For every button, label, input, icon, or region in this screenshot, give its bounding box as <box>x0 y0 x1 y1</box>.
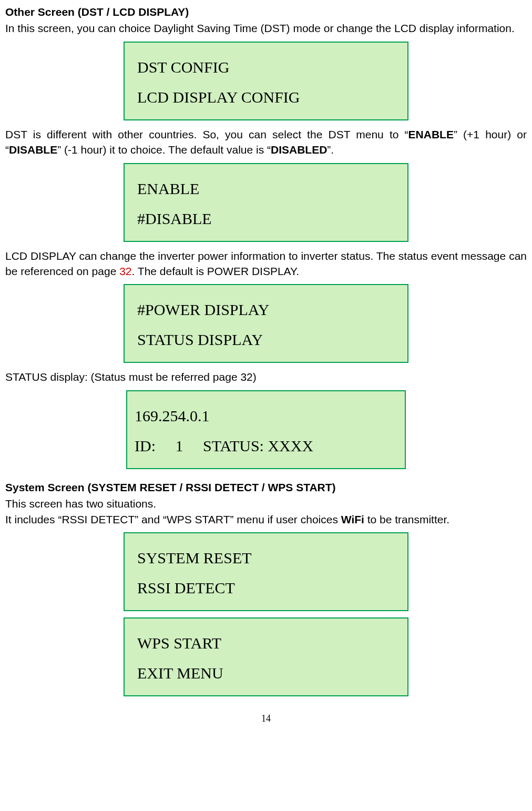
lcd-box-power-status: #POWER DISPLAY STATUS DISPLAY <box>124 284 408 363</box>
lcd-line: DST CONFIG <box>137 52 395 82</box>
text-red: 32 <box>119 265 131 277</box>
system-paragraph-2: It includes “RSSI DETECT” and “WPS START… <box>5 512 527 527</box>
dst-paragraph: DST is different with other countries. S… <box>5 127 527 158</box>
lcd-line: 169.254.0.1 <box>135 401 392 431</box>
text-bold: DISABLED <box>271 144 327 156</box>
lcd-display-paragraph: LCD DISPLAY can change the inverter powe… <box>5 248 527 279</box>
text: DST is different with other countries. S… <box>5 128 408 140</box>
page-number: 14 <box>5 712 527 725</box>
lcd-line: STATUS DISPLAY <box>137 325 395 354</box>
lcd-line: #POWER DISPLAY <box>137 295 395 325</box>
lcd-box-ip-status: 169.254.0.1 ID: 1 STATUS: XXXX <box>126 390 406 469</box>
lcd-box-wps-exit: WPS START EXIT MENU <box>124 617 408 696</box>
lcd-line: ENABLE <box>137 174 395 204</box>
lcd-line: LCD DISPLAY CONFIG <box>137 82 395 112</box>
text-bold: WiFi <box>341 513 364 525</box>
text-bold: ENABLE <box>408 128 454 140</box>
status-display-paragraph: STATUS display: (Status must be referred… <box>5 369 527 384</box>
lcd-box-config: DST CONFIG LCD DISPLAY CONFIG <box>124 42 408 120</box>
text: . The default is POWER DISPLAY. <box>132 265 300 277</box>
text: to be transmitter. <box>364 513 449 525</box>
lcd-line: #DISABLE <box>137 204 395 234</box>
text: ” (-1 hour) it to choice. The default va… <box>57 144 271 156</box>
lcd-line: SYSTEM RESET <box>137 543 395 573</box>
lcd-line: WPS START <box>137 628 395 658</box>
system-paragraph-1: This screen has two situations. <box>5 496 527 511</box>
section-heading-system-screen: System Screen (SYSTEM RESET / RSSI DETEC… <box>5 480 527 495</box>
lcd-line: RSSI DETECT <box>137 573 395 603</box>
text-bold: DISABLE <box>9 144 57 156</box>
section-heading-other-screen: Other Screen (DST / LCD DISPLAY) <box>5 4 527 19</box>
lcd-line: ID: 1 STATUS: XXXX <box>135 431 392 461</box>
text: ”. <box>327 144 334 156</box>
intro-paragraph: In this screen, you can choice Daylight … <box>5 21 527 36</box>
lcd-box-enable-disable: ENABLE #DISABLE <box>124 163 408 242</box>
lcd-line: EXIT MENU <box>137 658 395 688</box>
text: It includes “RSSI DETECT” and “WPS START… <box>5 513 341 525</box>
lcd-box-system-rssi: SYSTEM RESET RSSI DETECT <box>124 532 408 611</box>
